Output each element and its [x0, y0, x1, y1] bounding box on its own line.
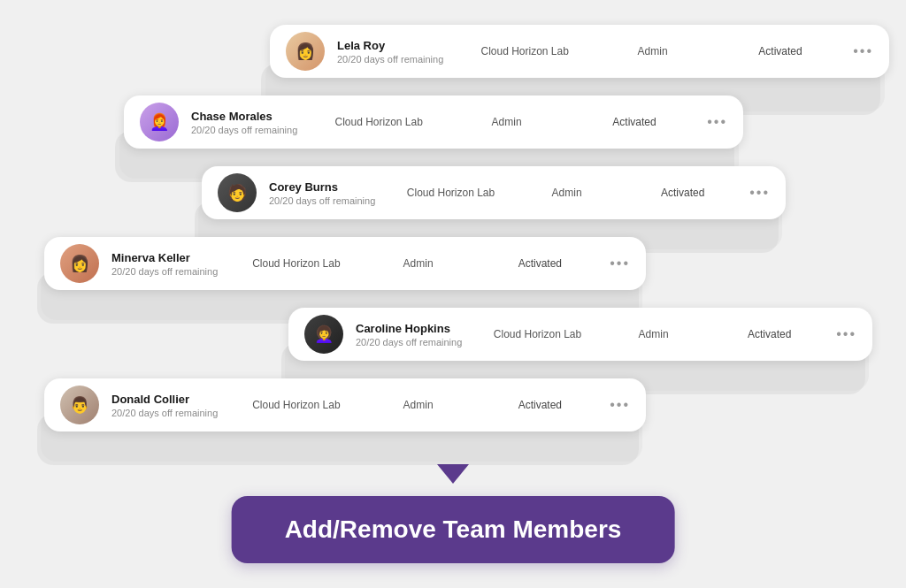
role-col: Admin — [442, 116, 570, 128]
status-col: Activated — [479, 399, 601, 411]
user-days: 20/20 days off remaining — [191, 125, 315, 135]
avatar: 🧑 — [218, 173, 257, 212]
user-name: Caroline Hopkins — [356, 322, 480, 335]
user-name: Minerva Keller — [111, 251, 235, 264]
org-col: Cloud Horizon Lab — [235, 399, 357, 411]
org-col: Cloud Horizon Lab — [461, 45, 588, 57]
user-info: Corey Burns 20/20 days off remaining — [269, 180, 393, 206]
role-col: Admin — [357, 257, 480, 270]
user-name: Lela Roy — [337, 39, 461, 52]
user-days: 20/20 days off remaining — [111, 266, 235, 277]
user-card-minerva: 👩 Minerva Keller 20/20 days off remainin… — [44, 237, 646, 290]
status-col: Activated — [711, 328, 827, 340]
user-card-corey: 🧑 Corey Burns 20/20 days off remaining C… — [202, 166, 786, 219]
more-button[interactable]: ••• — [610, 397, 630, 413]
user-days: 20/20 days off remaining — [111, 408, 235, 418]
main-scene: 👩 Lela Roy 20/20 days off remaining Clou… — [0, 0, 906, 588]
org-col: Cloud Horizon Lab — [235, 257, 357, 270]
role-col: Admin — [509, 187, 625, 199]
user-days: 20/20 days off remaining — [356, 337, 480, 347]
avatar: 👩 — [286, 32, 325, 71]
cta-arrow — [437, 464, 469, 484]
add-remove-team-button[interactable]: Add/Remove Team Members — [232, 496, 675, 563]
user-info: Minerva Keller 20/20 days off remaining — [111, 251, 235, 277]
org-col: Cloud Horizon Lab — [480, 328, 595, 340]
more-button[interactable]: ••• — [749, 185, 770, 201]
status-col: Activated — [717, 45, 844, 57]
org-col: Cloud Horizon Lab — [315, 116, 442, 128]
status-col: Activated — [571, 116, 698, 128]
more-button[interactable]: ••• — [853, 43, 873, 59]
role-col: Admin — [588, 45, 716, 57]
user-name: Corey Burns — [269, 180, 393, 194]
org-col: Cloud Horizon Lab — [393, 187, 509, 199]
user-card-chase: 👩‍🦰 Chase Morales 20/20 days off remaini… — [124, 95, 743, 149]
status-col: Activated — [625, 187, 741, 199]
user-card-caroline: 👩‍🦱 Caroline Hopkins 20/20 days off rema… — [288, 308, 872, 361]
role-col: Admin — [595, 328, 711, 340]
more-button[interactable]: ••• — [836, 326, 856, 342]
user-name: Donald Collier — [111, 393, 235, 406]
user-days: 20/20 days off remaining — [337, 54, 461, 65]
avatar: 👩 — [60, 244, 99, 283]
more-button[interactable]: ••• — [610, 256, 630, 271]
user-info: Chase Morales 20/20 days off remaining — [191, 110, 315, 135]
user-card-donald: 👨 Donald Collier 20/20 days off remainin… — [44, 378, 646, 431]
role-col: Admin — [357, 399, 480, 411]
user-info: Donald Collier 20/20 days off remaining — [111, 393, 235, 418]
user-card-lela: 👩 Lela Roy 20/20 days off remaining Clou… — [270, 25, 889, 78]
more-button[interactable]: ••• — [707, 114, 727, 130]
avatar: 👨 — [60, 386, 99, 424]
avatar: 👩‍🦰 — [140, 103, 179, 141]
user-info: Lela Roy 20/20 days off remaining — [337, 39, 461, 65]
avatar: 👩‍🦱 — [304, 315, 343, 354]
user-name: Chase Morales — [191, 110, 315, 123]
user-info: Caroline Hopkins 20/20 days off remainin… — [356, 322, 480, 347]
status-col: Activated — [479, 257, 601, 270]
user-days: 20/20 days off remaining — [269, 195, 393, 206]
